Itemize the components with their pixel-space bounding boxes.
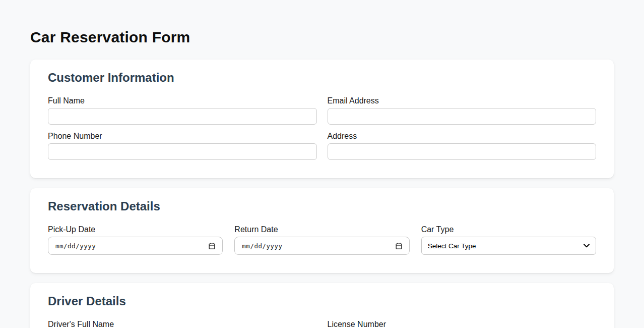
field-full-name: Full Name: [48, 96, 317, 125]
section-driver-details: Driver Details Driver's Full Name Licens…: [30, 283, 614, 328]
return-date-placeholder: mm/dd/yyyy: [242, 242, 282, 250]
return-date-label: Return Date: [234, 225, 409, 234]
driver-fields-grid: Driver's Full Name License Number: [48, 319, 596, 328]
calendar-icon[interactable]: [208, 242, 216, 250]
field-address: Address: [328, 131, 597, 160]
phone-number-input[interactable]: [48, 143, 317, 160]
driver-full-name-label: Driver's Full Name: [48, 319, 317, 328]
car-type-label: Car Type: [421, 225, 596, 234]
reservation-fields-grid: Pick-Up Date mm/dd/yyyy Return Date mm: [48, 225, 596, 255]
field-car-type: Car Type Select Car Type: [421, 225, 596, 255]
page-title: Car Reservation Form: [30, 28, 614, 46]
field-return-date: Return Date mm/dd/yyyy: [234, 225, 409, 255]
address-label: Address: [328, 131, 597, 141]
phone-number-label: Phone Number: [48, 131, 317, 141]
field-phone-number: Phone Number: [48, 131, 317, 160]
email-address-input[interactable]: [328, 108, 597, 125]
license-number-label: License Number: [328, 319, 597, 328]
email-address-label: Email Address: [328, 96, 597, 105]
customer-information-heading: Customer Information: [48, 71, 596, 85]
chevron-down-icon: [584, 244, 590, 248]
pickup-date-input[interactable]: mm/dd/yyyy: [48, 237, 223, 255]
car-type-select[interactable]: Select Car Type: [421, 237, 596, 255]
field-email-address: Email Address: [328, 96, 597, 125]
field-driver-full-name: Driver's Full Name: [48, 319, 317, 328]
return-date-input[interactable]: mm/dd/yyyy: [234, 237, 409, 255]
full-name-input[interactable]: [48, 108, 317, 125]
pickup-date-label: Pick-Up Date: [48, 225, 223, 234]
pickup-date-placeholder: mm/dd/yyyy: [55, 242, 96, 250]
field-pickup-date: Pick-Up Date mm/dd/yyyy: [48, 225, 223, 255]
full-name-label: Full Name: [48, 96, 317, 105]
customer-fields-grid: Full Name Email Address Phone Number Add…: [48, 96, 596, 160]
section-customer-information: Customer Information Full Name Email Add…: [30, 60, 614, 178]
car-reservation-page: Car Reservation Form Customer Informatio…: [30, 0, 614, 328]
calendar-icon[interactable]: [395, 242, 403, 250]
section-reservation-details: Reservation Details Pick-Up Date mm/dd/y…: [30, 188, 614, 273]
field-license-number: License Number: [328, 319, 597, 328]
driver-details-heading: Driver Details: [48, 294, 596, 308]
address-input[interactable]: [328, 143, 597, 160]
car-type-selected-value: Select Car Type: [428, 242, 476, 250]
reservation-details-heading: Reservation Details: [48, 199, 596, 213]
